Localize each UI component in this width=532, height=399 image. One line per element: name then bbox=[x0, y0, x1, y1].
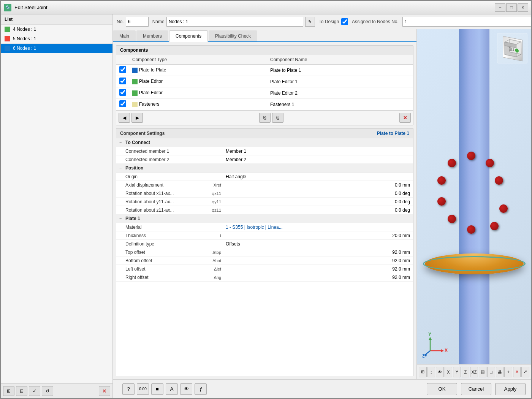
vp-close-btn[interactable]: ✕ bbox=[513, 367, 521, 377]
row-param: φx11 bbox=[192, 190, 223, 197]
comp-copy-button[interactable]: ⎘ bbox=[259, 113, 271, 123]
settings-group: −Plate 1 Material 1 - S355 | Isotropic |… bbox=[116, 214, 413, 282]
setting-row: Thickness t 20.0 mm bbox=[116, 231, 413, 240]
help-button[interactable]: ? bbox=[122, 383, 135, 395]
row-value: 20.0 mm bbox=[223, 232, 413, 239]
comp-delete-button[interactable]: ✕ bbox=[399, 113, 411, 123]
item-label: 5 Nodes : 1 bbox=[13, 36, 36, 41]
row-value: 92.0 mm bbox=[223, 265, 413, 273]
assigned-label: Assigned to Nodes No. bbox=[352, 19, 399, 24]
settings-group: −Position Origin Half angle Axial displa… bbox=[116, 164, 413, 214]
row-label: Rotation about x11-ax... bbox=[116, 190, 192, 197]
name-field-group: Name ✎ bbox=[152, 17, 315, 27]
list-item[interactable]: 5 Nodes : 1 bbox=[1, 34, 112, 44]
assigned-field-group: Assigned to Nodes No. ✕ bbox=[352, 17, 531, 27]
svg-marker-11 bbox=[429, 337, 432, 340]
cube-navigator[interactable]: 3D bbox=[497, 33, 527, 63]
vp-print-btn[interactable]: 🖶 bbox=[496, 367, 504, 377]
row-label: Material bbox=[116, 223, 192, 231]
column-3d bbox=[459, 29, 489, 379]
name-input[interactable] bbox=[166, 17, 303, 27]
settings-title: Component Settings bbox=[120, 131, 165, 136]
function-button[interactable]: ƒ bbox=[195, 383, 207, 395]
x-axis-label: X bbox=[445, 348, 448, 353]
table-row[interactable]: Plate Editor Plate Editor 2 bbox=[116, 87, 413, 99]
row-param: Δrig bbox=[192, 274, 223, 281]
cancel-button[interactable]: Cancel bbox=[461, 383, 491, 395]
tab-members[interactable]: Members bbox=[136, 30, 168, 41]
title-bar: 🔩 Edit Steel Joint − □ × bbox=[1, 1, 531, 14]
display-button[interactable]: ■ bbox=[151, 383, 163, 395]
row-label: Connected member 2 bbox=[116, 156, 192, 163]
flange-ring bbox=[423, 256, 526, 271]
apply-button[interactable]: Apply bbox=[495, 383, 526, 395]
units-button[interactable]: 0.00 bbox=[137, 383, 149, 395]
vp-angle-btn[interactable]: ⌖ bbox=[504, 367, 512, 377]
table-row[interactable]: Plate Editor Plate Editor 1 bbox=[116, 76, 413, 87]
vp-zview-btn[interactable]: Z bbox=[462, 367, 470, 377]
group-header[interactable]: −Plate 1 bbox=[116, 214, 413, 223]
visibility-button[interactable]: 👁 bbox=[180, 383, 192, 395]
vp-move-btn[interactable]: ↕ bbox=[428, 367, 435, 377]
setting-row: Axial displacement Xref 0.0 mm bbox=[116, 181, 413, 189]
row-param: Δlef bbox=[192, 266, 223, 272]
row-check[interactable] bbox=[116, 99, 129, 110]
row-label: Connected member 1 bbox=[116, 147, 192, 155]
group-label: To Connect bbox=[125, 140, 150, 145]
vp-expand-btn[interactable]: ⤢ bbox=[521, 367, 529, 377]
close-window-button[interactable]: × bbox=[518, 3, 528, 12]
row-check[interactable] bbox=[116, 65, 129, 76]
reset-button[interactable]: ↺ bbox=[42, 386, 53, 396]
vp-xview-btn[interactable]: X bbox=[445, 367, 453, 377]
top-bar: No. Name ✎ To Design Assigned to Nodes N… bbox=[113, 14, 531, 29]
table-row[interactable]: Plate to Plate Plate to Plate 1 bbox=[116, 65, 413, 76]
bolt-3 bbox=[486, 159, 494, 167]
add-item-button[interactable]: ⊞ bbox=[3, 386, 14, 396]
annotation-button[interactable]: A bbox=[166, 383, 178, 395]
row-check[interactable] bbox=[116, 87, 129, 99]
vp-xzview-btn[interactable]: XZ bbox=[470, 367, 478, 377]
edit-name-button[interactable]: ✎ bbox=[305, 17, 315, 27]
confirm-button[interactable]: ✓ bbox=[29, 386, 40, 396]
tab-plausibility[interactable]: Plausibility Check bbox=[209, 30, 257, 41]
assigned-input[interactable] bbox=[402, 17, 531, 27]
list-header: List bbox=[1, 14, 112, 25]
row-param: t bbox=[192, 232, 223, 239]
vp-eye-btn[interactable]: 👁 bbox=[436, 367, 444, 377]
minimize-button[interactable]: − bbox=[495, 3, 505, 12]
no-input[interactable] bbox=[126, 17, 149, 27]
comp-move-right-button[interactable]: ▶ bbox=[131, 113, 143, 123]
tab-main[interactable]: Main bbox=[113, 30, 136, 41]
vp-box-btn[interactable]: □ bbox=[487, 367, 495, 377]
row-name: Plate to Plate 1 bbox=[267, 65, 413, 76]
viewport[interactable]: 3D X Y bbox=[417, 29, 531, 379]
svg-line-12 bbox=[424, 351, 430, 355]
remove-item-button[interactable]: ⊟ bbox=[16, 386, 27, 396]
list-toolbar: ⊞ ⊟ ✓ ↺ ✕ bbox=[1, 383, 112, 398]
list-item[interactable]: 4 Nodes : 1 bbox=[1, 25, 112, 34]
list-item[interactable]: 6 Nodes : 1 bbox=[1, 44, 112, 53]
vp-yview-btn[interactable]: Y bbox=[453, 367, 461, 377]
bottom-bar: ? 0.00 ■ A 👁 ƒ OK Cancel Apply bbox=[113, 379, 531, 398]
row-value: 1 - S355 | Isotropic | Linea... bbox=[223, 223, 413, 231]
comp-move-left-button[interactable]: ◀ bbox=[119, 113, 130, 123]
item-color bbox=[5, 36, 10, 41]
close-list-button[interactable]: ✕ bbox=[99, 386, 110, 396]
to-design-checkbox[interactable] bbox=[341, 18, 348, 25]
row-value: 0.0 deg bbox=[223, 206, 413, 214]
group-header[interactable]: −Position bbox=[116, 164, 413, 173]
group-header[interactable]: −To Connect bbox=[116, 138, 413, 147]
setting-row: Origin Half angle bbox=[116, 173, 413, 181]
setting-row: Definition type Offsets bbox=[116, 240, 413, 248]
comp-paste-button[interactable]: ⎗ bbox=[272, 113, 283, 123]
row-check[interactable] bbox=[116, 76, 129, 87]
vp-display-btn[interactable]: ⊞ bbox=[419, 367, 427, 377]
row-type: Plate Editor bbox=[129, 76, 267, 87]
row-name: Plate Editor 2 bbox=[267, 87, 413, 99]
table-row[interactable]: Fasteners Fasteners 1 bbox=[116, 99, 413, 110]
vp-layer-btn[interactable]: ▤ bbox=[479, 367, 487, 377]
ok-button[interactable]: OK bbox=[427, 383, 457, 395]
tab-components[interactable]: Components bbox=[169, 30, 208, 42]
maximize-button[interactable]: □ bbox=[506, 3, 517, 12]
row-label: Right offset bbox=[116, 274, 192, 281]
